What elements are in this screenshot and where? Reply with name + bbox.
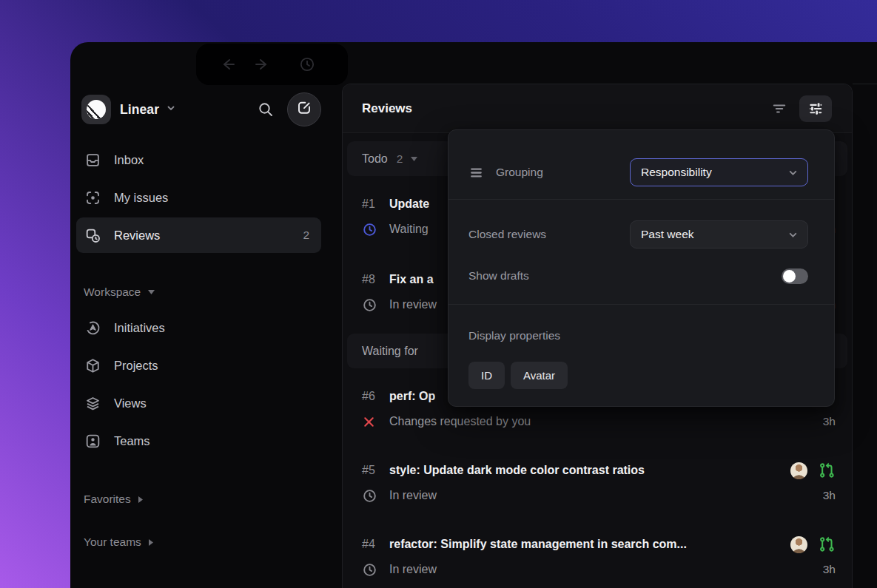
workspace-name: Linear [120,102,159,118]
display-options-button[interactable] [799,95,832,122]
focus-target-icon [84,189,102,207]
chevron-down-icon [787,229,799,240]
status-clock-icon [362,562,389,578]
time-label: 3h [823,563,836,576]
chevron-down-icon [787,167,799,178]
grouping-lines-icon [468,165,484,180]
issue-id: #5 [362,464,389,477]
your-teams-section-header[interactable]: Your teams [76,530,321,554]
back-arrow-icon[interactable] [220,56,236,72]
status-clock-icon [362,488,389,504]
status-changes-requested-icon [362,415,389,429]
closed-reviews-select[interactable]: Past week [630,220,808,249]
assignee-avatar [790,462,807,479]
review-item[interactable]: #5 style: Update dark mode color contras… [347,458,847,508]
workspace-section-header[interactable]: Workspace [76,280,321,304]
property-chip-avatar[interactable]: Avatar [511,362,568,389]
sidebar: Linear Inbox [76,91,321,554]
grouping-label: Grouping [496,166,543,179]
sidebar-item-teams[interactable]: Teams [76,423,321,459]
caret-right-icon [149,539,153,546]
linear-logo [81,95,111,124]
initiatives-icon [84,319,102,337]
show-drafts-toggle[interactable] [782,268,808,284]
sidebar-item-views[interactable]: Views [76,385,321,421]
forward-arrow-icon[interactable] [254,56,270,72]
layers-icon [84,394,102,413]
issue-id: #6 [362,390,389,403]
issue-id: #8 [362,273,389,286]
show-drafts-label: Show drafts [468,269,529,283]
browser-nav-pill [196,44,348,85]
search-button[interactable] [255,98,277,121]
filter-button[interactable] [767,96,792,121]
grouping-select[interactable]: Responsibility [630,158,808,186]
history-clock-icon[interactable] [298,55,316,73]
status-clock-icon [362,297,389,313]
time-label: 3h [823,489,836,502]
sidebar-item-my-issues[interactable]: My issues [76,180,321,215]
sidebar-item-reviews[interactable]: Reviews 2 [76,217,321,253]
sidebar-item-projects[interactable]: Projects [76,348,321,383]
review-item[interactable]: #4 refactor: Simplify state management i… [347,532,847,582]
inbox-icon [84,151,102,169]
pull-request-icon [818,462,836,479]
new-issue-button[interactable] [287,92,321,126]
sidebar-item-inbox[interactable]: Inbox [76,142,321,178]
issue-id: #1 [362,197,389,211]
display-options-popover: Grouping Responsibility Closed reviews P… [448,129,835,407]
issue-id: #4 [362,538,389,551]
status-waiting-clock-icon [362,222,389,237]
caret-down-icon [411,157,417,161]
panel-header: Reviews [343,84,852,133]
chevron-down-icon [166,103,176,116]
compose-pencil-icon [296,100,312,119]
projects-box-icon [84,356,102,375]
reviews-icon [84,226,102,245]
display-properties-label: Display properties [468,329,560,342]
sidebar-item-initiatives[interactable]: Initiatives [76,310,321,345]
page-title: Reviews [362,101,412,116]
linear-app-window: Linear Inbox [70,42,877,588]
time-label: 3h [823,415,836,428]
reviews-count-badge: 2 [303,229,309,242]
desktop-backdrop: Linear Inbox [0,0,877,588]
closed-reviews-label: Closed reviews [468,228,546,241]
pull-request-icon [818,535,836,553]
assignee-avatar [790,536,807,553]
favorites-section-header[interactable]: Favorites [76,487,321,511]
workspace-switcher[interactable]: Linear [76,91,321,128]
property-chip-id[interactable]: ID [468,362,505,389]
person-square-icon [84,432,102,450]
caret-right-icon [138,496,143,503]
caret-down-icon [148,290,155,294]
